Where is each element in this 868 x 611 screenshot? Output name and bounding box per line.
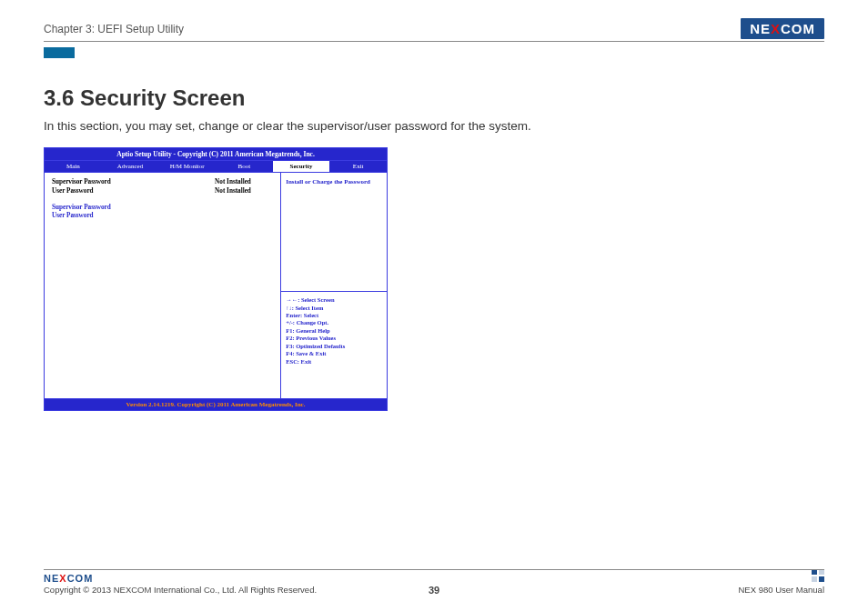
brand-pre: NE: [44, 573, 59, 584]
brand-post: COM: [781, 21, 815, 36]
manual-name: NEX 980 User Manual: [738, 585, 824, 595]
brand-logo: NEXCOM: [741, 18, 824, 39]
bios-tab-main[interactable]: Main: [45, 161, 102, 172]
footer-bar: NEXCOM Copyright © 2013 NEXCOM Internati…: [44, 569, 824, 595]
bios-main-panel: Supervisor Password Not Installed User P…: [45, 173, 281, 398]
bios-key-line: Enter: Select: [286, 312, 382, 319]
bios-screenshot: Aptio Setup Utility - Copyright (C) 2011…: [44, 147, 388, 411]
copyright-text: Copyright © 2013 NEXCOM International Co…: [44, 585, 317, 595]
bios-action-supervisor[interactable]: Supervisor Password: [52, 204, 273, 213]
chapter-label: Chapter 3: UEFI Setup Utility: [44, 23, 184, 35]
bios-key-line: →←: Select Screen: [286, 296, 382, 304]
bios-key-line: F4: Save & Exit: [286, 350, 382, 357]
bios-row-label: Supervisor Password: [52, 178, 111, 187]
bios-key-hints: →←: Select Screen ↑↓: Select Item Enter:…: [281, 292, 387, 398]
bios-row-label: User Password: [52, 187, 94, 196]
bios-action-user[interactable]: User Password: [52, 212, 273, 221]
bios-row-value: Not Installed: [215, 187, 251, 196]
section-title: 3.6 Security Screen: [44, 85, 824, 111]
bios-row-supervisor: Supervisor Password Not Installed: [52, 178, 251, 187]
bios-key-line: ↑↓: Select Item: [286, 305, 382, 312]
brand-logo-footer: NEXCOM: [44, 573, 93, 584]
bios-tab-exit[interactable]: Exit: [329, 161, 387, 172]
bios-tab-boot[interactable]: Boot: [216, 161, 273, 172]
bios-tab-advanced[interactable]: Advanced: [102, 161, 159, 172]
bios-key-line: F3: Optimized Defaults: [286, 343, 382, 350]
bios-tab-hmmonitor[interactable]: H/M Monitor: [158, 161, 216, 172]
bios-row-value: Not Installed: [215, 178, 251, 187]
bios-row-user: User Password Not Installed: [52, 187, 251, 196]
bios-key-line: F1: General Help: [286, 327, 382, 335]
bios-key-line: +/-: Change Opt.: [286, 319, 382, 326]
bios-tabs: Main Advanced H/M Monitor Boot Security …: [45, 161, 387, 173]
brand-x: X: [59, 573, 66, 584]
bios-key-line: ESC: Exit: [286, 358, 382, 366]
brand-post: COM: [67, 573, 94, 584]
bios-title: Aptio Setup Utility - Copyright (C) 2011…: [45, 148, 387, 161]
side-tab-icon: [44, 47, 75, 58]
header-bar: Chapter 3: UEFI Setup Utility NEXCOM: [44, 18, 824, 42]
section-intro: In this section, you may set, change or …: [44, 118, 535, 135]
brand-x: X: [771, 21, 781, 36]
bios-help-text: Install or Charge the Password: [281, 173, 387, 292]
page-number: 39: [429, 585, 439, 596]
brand-pre: NE: [750, 21, 771, 36]
bios-key-line: F2: Previous Values: [286, 335, 382, 342]
bios-tab-security[interactable]: Security: [273, 161, 330, 172]
bios-footer: Version 2.14.1219. Copyright (C) 2011 Am…: [45, 398, 387, 410]
